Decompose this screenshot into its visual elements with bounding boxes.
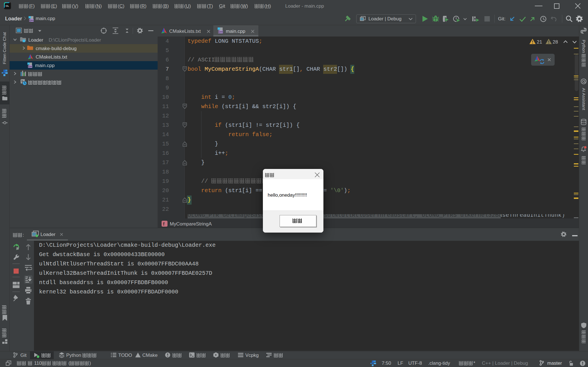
svg-text:C++: C++ <box>29 19 33 22</box>
svg-text:C++: C++ <box>218 31 223 33</box>
svg-text:C++: C++ <box>28 65 32 68</box>
